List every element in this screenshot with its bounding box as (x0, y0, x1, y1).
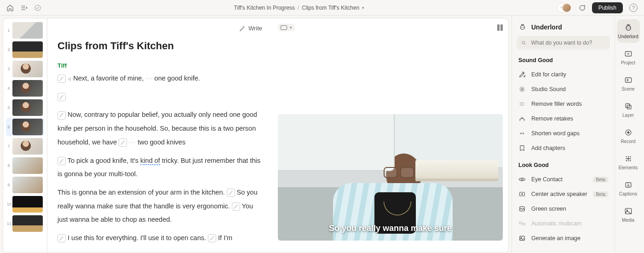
thumbnail-row[interactable]: 9 (6, 176, 44, 194)
rail-tab-media[interactable]: Media (617, 203, 640, 226)
rail-tab-scene[interactable]: Scene (617, 72, 640, 95)
underlord-action[interactable]: Generate an image (517, 231, 610, 246)
clip-marker-icon[interactable]: ／ (232, 202, 240, 211)
thumbnail-number: 9 (7, 183, 11, 187)
rail-tab-underlord[interactable]: Underlord (617, 19, 640, 43)
thumbnail-number: 2 (7, 47, 11, 52)
thumbnail-number: 3 (7, 67, 11, 71)
home-icon[interactable] (6, 4, 14, 12)
underlord-action[interactable]: Shorten word gaps (517, 126, 610, 141)
rail-label: Elements (619, 165, 638, 170)
rail-tab-layer[interactable]: Layer (617, 98, 640, 121)
underlord-action[interactable]: Remove filler words (517, 97, 610, 111)
thumbnail-row[interactable]: 8 (6, 156, 44, 175)
thumbnail-image[interactable] (12, 177, 43, 193)
underlord-action[interactable]: Green screen (517, 201, 610, 216)
breadcrumb-title[interactable]: Clips from Tiff's Kitchen (302, 5, 359, 11)
thumbnail-image[interactable] (12, 22, 43, 39)
rail-tab-captions[interactable]: ACaptions (617, 177, 640, 200)
script-editor[interactable]: Write Clips from Tiff's Kitchen Tiff ／ ♫… (47, 18, 272, 253)
thumbnail-row[interactable]: 4 (6, 79, 44, 98)
thumbnail-image[interactable] (12, 61, 43, 77)
speaker-label[interactable]: Tiff (58, 62, 262, 69)
columns-toggle-icon[interactable] (497, 24, 503, 31)
transcript-line[interactable]: This is gonna be an extension of your ar… (58, 186, 262, 227)
layout-selector[interactable]: ▾ (278, 24, 295, 31)
thumbnail-row[interactable]: 7 (6, 137, 44, 155)
rail-tab-record[interactable]: Record (617, 124, 640, 148)
thumbnail-image[interactable] (12, 196, 43, 213)
svg-rect-12 (519, 222, 522, 224)
thumbnail-row[interactable]: 3 (6, 60, 44, 78)
layer-icon (624, 102, 633, 111)
underlord-search[interactable] (517, 36, 610, 50)
clip-marker-icon[interactable]: ／ (208, 234, 216, 242)
spell-suggestion[interactable]: kind of (140, 157, 160, 165)
thumbnail-row[interactable]: 1 (6, 21, 44, 40)
underlord-action[interactable]: Eye ContactBeta (517, 172, 610, 187)
chevron-down-icon[interactable]: ▾ (362, 6, 364, 10)
collaborators[interactable]: + (557, 3, 572, 13)
publish-button[interactable]: Publish (592, 2, 623, 13)
transcript-line[interactable]: ／ Now, contrary to popular belief, you a… (58, 108, 262, 149)
transcript-line[interactable]: ／ ♫ Next, a favorite of mine, ··· one go… (58, 72, 262, 86)
underlord-action[interactable]: Studio Sound (517, 82, 610, 97)
transcript-line[interactable]: ／ To pick a good knife, It's kind of tri… (58, 154, 262, 181)
thumbnail-row[interactable]: 5 (6, 98, 44, 117)
thumbnail-row[interactable]: 2 (6, 40, 44, 59)
breadcrumb[interactable]: Tiff's Kitchen In Progress / Clips from … (234, 5, 364, 11)
breadcrumb-project[interactable]: Tiff's Kitchen In Progress (234, 5, 295, 11)
thumbnail-image[interactable] (12, 138, 43, 155)
svg-point-24 (627, 132, 629, 134)
underlord-action[interactable]: Center active speakerBeta (517, 187, 610, 201)
thumbnail-image[interactable] (12, 157, 43, 174)
transcript-line[interactable]: ／ I use this for everything. I'll use it… (58, 231, 262, 245)
help-icon[interactable]: ? (629, 4, 638, 12)
thumbnail-row[interactable]: 11 (6, 214, 44, 233)
clip-marker-icon[interactable]: ／ (58, 157, 66, 165)
action-icon (518, 205, 526, 213)
thumbnail-row[interactable]: 6 (6, 118, 44, 136)
frame-icon (281, 25, 287, 30)
approve-circle-icon[interactable] (34, 4, 41, 12)
clip-marker-icon[interactable]: ／ (58, 75, 66, 83)
svg-rect-14 (520, 236, 525, 240)
thumbnail-image[interactable] (12, 119, 43, 135)
comment-icon[interactable] (578, 4, 586, 12)
thumbnail-image[interactable] (12, 215, 43, 232)
scene-thumbnails: 1234567891011 (3, 18, 47, 253)
rail-tab-project[interactable]: Project (617, 46, 640, 69)
document-title[interactable]: Clips from Tiff's Kitchen (58, 40, 262, 52)
underlord-action: Automatic multicam (517, 216, 610, 231)
svg-rect-13 (523, 223, 525, 225)
svg-point-17 (627, 28, 628, 29)
underlord-search-input[interactable] (530, 39, 605, 46)
clip-marker-icon[interactable]: ／ (58, 93, 66, 101)
underlord-action[interactable]: Remove retakes (517, 111, 610, 126)
thumbnail-image[interactable] (12, 80, 43, 97)
clip-marker-icon[interactable]: ／ (58, 234, 66, 242)
list-menu-icon[interactable] (20, 4, 28, 12)
rail-label: Captions (619, 191, 637, 196)
svg-point-4 (522, 41, 525, 44)
write-button[interactable]: Write (239, 25, 262, 32)
svg-point-26 (626, 160, 627, 161)
avatar[interactable] (562, 3, 572, 13)
clip-marker-icon[interactable]: ／ (119, 138, 127, 147)
video-preview[interactable]: So you really wanna make sure (278, 114, 503, 241)
rail-tab-elements[interactable]: Elements (617, 150, 640, 174)
thumbnail-image[interactable] (12, 41, 43, 58)
transcript-line[interactable]: ／ (58, 90, 262, 104)
svg-point-28 (629, 160, 631, 161)
clip-marker-icon[interactable]: ／ (227, 189, 235, 197)
svg-point-10 (522, 194, 523, 195)
underlord-action[interactable]: Edit for clarity (517, 67, 610, 82)
thumbnail-number: 5 (7, 105, 11, 110)
thumbnail-image[interactable] (12, 99, 43, 116)
underlord-action[interactable]: Add chapters (517, 141, 610, 155)
underlord-icon (518, 23, 527, 31)
clip-marker-icon[interactable]: ／ (58, 111, 66, 120)
write-label: Write (248, 25, 262, 32)
thumbnail-row[interactable]: 10 (6, 195, 44, 213)
action-label: Studio Sound (531, 86, 566, 92)
